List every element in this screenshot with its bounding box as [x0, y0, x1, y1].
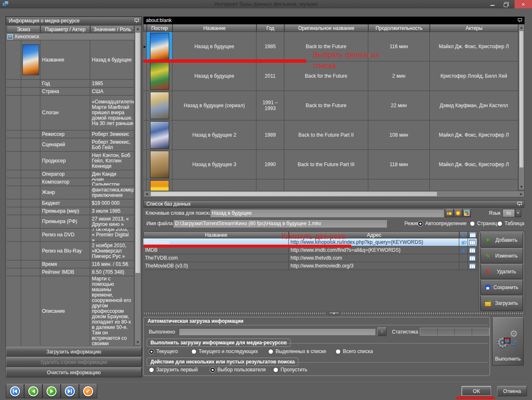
cancel-button[interactable]: Отмена [497, 386, 527, 396]
apply-button[interactable]: ✔ [79, 384, 97, 398]
movie-row[interactable]: Назад в будущее2011Back for the Future2 … [143, 61, 518, 91]
site-search-icon[interactable] [445, 209, 453, 217]
column-header[interactable]: Адрес [289, 231, 459, 238]
property-row[interactable]: Премьера (мир)3 июля 1985 [7, 207, 134, 215]
movie-row[interactable]: Назад в будущее (сериал)1991 – 1993Back … [143, 91, 518, 120]
property-row[interactable]: РежиссерРоберт Земекис [7, 130, 134, 138]
property-row[interactable]: Год1985 [7, 80, 134, 88]
execute-button[interactable]: ⚙⚙ ♪ Выполнить [492, 317, 524, 366]
scroll-down-icon[interactable]: ▼ [519, 184, 524, 190]
db-table-cell[interactable] [468, 246, 477, 254]
column-header[interactable]: Значение / Роль [90, 25, 134, 33]
pin-icon[interactable] [517, 201, 522, 206]
db-table-cell[interactable] [468, 238, 477, 246]
scroll-down-icon[interactable]: ▼ [135, 339, 141, 345]
first-record-button[interactable] [6, 384, 24, 398]
db-row[interactable]: TheTVDB.comhttp://www.thetvdb.com [143, 254, 477, 262]
db-row[interactable]: Кинопоискhttp://www.kinopoisk.ru/index.p… [143, 238, 477, 246]
action-radio-1[interactable]: Загрузить первый [149, 366, 198, 373]
column-header[interactable]: Оригинальное название [284, 24, 368, 32]
property-row[interactable]: КомпозиторАлан Сильвестри [7, 178, 134, 186]
radio-icon[interactable] [273, 367, 278, 373]
radio-icon[interactable] [418, 221, 423, 226]
column-header[interactable]: Название [143, 231, 289, 238]
pin-icon[interactable] [517, 18, 522, 23]
clear-info-button[interactable]: Очистить информацию [6, 368, 142, 377]
radio-icon[interactable] [149, 349, 154, 354]
load-info-button[interactable]: Загрузить информацию [6, 347, 142, 356]
minimize-button[interactable] [486, 0, 499, 8]
movie-table-vscrollbar[interactable]: ▲ ▼ [518, 24, 525, 190]
scroll-left-icon[interactable]: ◄ [145, 191, 149, 197]
prev-record-button[interactable] [24, 384, 42, 398]
property-row[interactable]: Рейтинг IMDB8.50 (705 348) [7, 268, 134, 276]
action-radio-2[interactable]: Выбор пользователя [210, 366, 266, 373]
db-row[interactable]: IMDBhttp://www.imdb.com/find?s=all&q={KE… [143, 246, 477, 254]
web-search-icon[interactable] [454, 209, 462, 217]
scope-radio-4[interactable]: Всего списка [335, 348, 373, 355]
load-button[interactable]: Загрузить [480, 296, 523, 311]
radio-icon[interactable] [149, 367, 154, 373]
close-button[interactable]: × [515, 0, 532, 8]
db-row[interactable]: TheMovieDB (v3.0)http://www.themoviedb.o… [143, 262, 477, 270]
cancel-progress-button[interactable]: ✕ [377, 327, 387, 336]
scroll-right-icon[interactable]: ► [519, 191, 523, 197]
column-header[interactable]: Параметр / Актер [40, 25, 90, 33]
radio-icon[interactable] [210, 367, 215, 373]
property-row[interactable]: ПродюсерНил Кэнтон, Боб Гейл, Кэтлин Кен… [7, 152, 134, 170]
scroll-up-icon[interactable]: ▲ [519, 25, 524, 30]
language-dropdown[interactable]: ru ▼ [502, 209, 521, 217]
keywords-input[interactable] [210, 209, 444, 217]
movie-table-hscrollbar[interactable]: ◄ ► [143, 191, 525, 197]
property-row[interactable]: ОператорДин Канди [7, 170, 134, 178]
property-row[interactable]: Релиз на DVD7 октября 2003, « Premier Di… [7, 228, 134, 242]
property-row[interactable]: ОписаниеПодросток Марти с помощью машины… [7, 276, 134, 346]
property-row[interactable]: СтранаСША [7, 88, 134, 96]
column-header[interactable]: Эскиз [7, 25, 40, 33]
property-row[interactable]: Время116 мин. / 01:56 [7, 260, 134, 268]
scope-radio-1[interactable]: Текущего [149, 348, 178, 355]
property-row[interactable]: Жанрфантастика,комедия, приключения [7, 186, 134, 199]
splitter-collapse-icon[interactable]: ▼ [329, 312, 340, 315]
action-radio-3[interactable]: Пропустить [273, 366, 307, 373]
property-row[interactable]: Бюджет$19 000 000 [7, 199, 134, 207]
column-header[interactable]: Продолжительность [368, 24, 430, 32]
column-header[interactable]: Актеры [430, 24, 518, 32]
radio-icon[interactable] [470, 221, 475, 226]
movie-row[interactable]: Назад в будущее 31990Back to the Future … [143, 150, 518, 179]
scroll-up-icon[interactable]: ▲ [135, 26, 141, 32]
add-button[interactable]: +Добавить [480, 233, 523, 248]
property-row[interactable]: Слоган«Семнадцатилетний Марти МакФлай пр… [7, 96, 134, 130]
scope-radio-3[interactable]: Выделенных в списке [268, 348, 326, 355]
mode-radio-2[interactable]: Страница [470, 220, 500, 227]
mode-radio-3[interactable]: Таблица [497, 220, 524, 227]
last-record-button[interactable] [61, 384, 79, 398]
property-row[interactable]: СценарийРоберт Земекис, Боб Гейл [7, 138, 134, 152]
db-table-cell[interactable] [468, 254, 477, 262]
delete-button[interactable]: ✘Удалить [480, 264, 523, 279]
column-header[interactable]: Постер [147, 24, 172, 32]
movie-row[interactable] [143, 179, 518, 191]
radio-icon[interactable] [191, 349, 197, 354]
edit-button[interactable]: ✎Изменить [480, 248, 523, 263]
google-search-icon[interactable] [463, 209, 471, 217]
mode-radio-1[interactable]: Автоопределение [418, 220, 466, 227]
ok-button[interactable]: OK [461, 386, 492, 396]
filename-input[interactable] [173, 219, 387, 228]
movie-row[interactable]: ▶Назад в будущее1985Back to the Future11… [143, 32, 518, 61]
save-button[interactable]: Сохранить [480, 280, 523, 295]
movie-row[interactable]: Назад в будущее 21989Back to the Future … [143, 120, 518, 150]
splitter[interactable]: ▼ [143, 312, 525, 315]
source-group-row[interactable]: − Кинопоиск [7, 33, 134, 40]
chevron-down-icon[interactable]: ▼ [515, 209, 521, 217]
radio-icon[interactable] [335, 349, 341, 354]
property-row[interactable]: Премьера (РФ)27 июня 2013, « Другое кино… [7, 215, 134, 228]
radio-icon[interactable] [268, 349, 273, 354]
property-row[interactable]: НазваниеНазад в будущее [7, 40, 134, 80]
db-table-cell[interactable] [468, 262, 477, 270]
column-header[interactable]: Год [256, 24, 284, 32]
next-record-button[interactable] [42, 384, 61, 398]
scope-radio-2[interactable]: Текущего и последующих [191, 348, 258, 355]
property-row[interactable]: Релиз на Blu-Ray2 ноября 2010, «Юниверса… [7, 242, 134, 260]
db-web-cell[interactable] [459, 254, 468, 262]
